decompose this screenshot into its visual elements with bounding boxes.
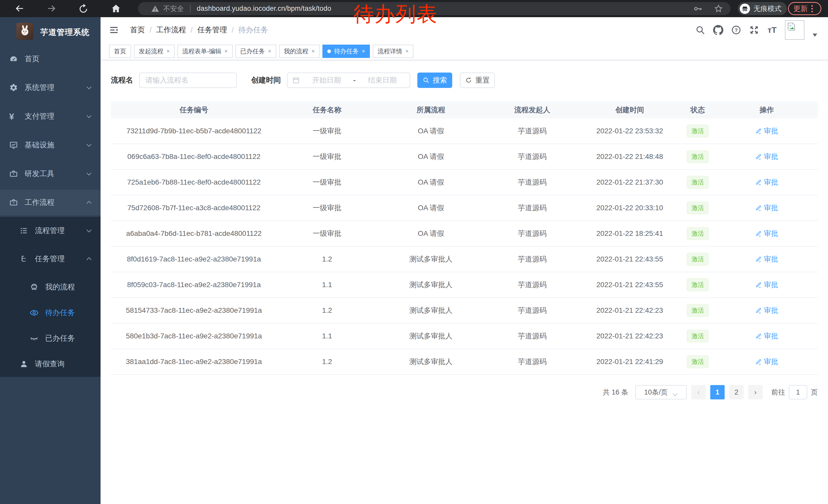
sidebar-item-10[interactable]: 已办任务 xyxy=(0,326,100,351)
process-cell: 测试多审批人 xyxy=(377,331,485,341)
start-date-placeholder[interactable]: 开始日期 xyxy=(304,75,349,85)
starter-cell: 芋道源码 xyxy=(485,177,580,187)
pagination-page-2[interactable]: 2 xyxy=(729,385,744,400)
back-icon[interactable] xyxy=(13,3,25,14)
browser-update-button[interactable]: 更新 xyxy=(788,2,821,15)
pagination-page-1[interactable]: 1 xyxy=(710,385,724,400)
end-date-placeholder[interactable]: 结束日期 xyxy=(360,75,405,85)
starter-cell: 芋道源码 xyxy=(485,203,580,213)
tab-5[interactable]: 待办任务× xyxy=(322,45,370,58)
search-button[interactable]: 搜索 xyxy=(417,73,452,88)
task-name-cell: 一级审批 xyxy=(277,152,377,162)
approve-button[interactable]: 审批 xyxy=(755,331,778,341)
pagination-total: 共 16 条 xyxy=(603,387,628,397)
action-cell: 审批 xyxy=(716,280,818,290)
tab-1[interactable]: 发起流程× xyxy=(134,45,175,58)
table-row-9: 381aa1dd-7ac8-11ec-a9e2-a2380e71991a1.2测… xyxy=(111,349,818,375)
date-range-picker[interactable]: 开始日期 - 结束日期 xyxy=(287,73,410,88)
approve-button[interactable]: 审批 xyxy=(755,203,778,213)
approve-button[interactable]: 审批 xyxy=(755,229,778,238)
created-time-cell: 2022-01-22 21:37:30 xyxy=(580,178,680,186)
tab-4[interactable]: 我的流程× xyxy=(279,45,320,58)
caret-down-icon[interactable] xyxy=(812,33,818,37)
url-text[interactable]: dashboard.yudao.iocoder.cn/bpm/task/todo xyxy=(197,5,331,12)
fullscreen-icon[interactable] xyxy=(749,25,759,35)
breadcrumb-item-task-mgmt[interactable]: 任务管理 xyxy=(197,25,227,35)
close-icon[interactable]: × xyxy=(362,48,365,54)
table-row-5: 8f0d1619-7ac8-11ec-a9e2-a2380e71991a1.2测… xyxy=(111,246,818,272)
close-icon[interactable]: × xyxy=(224,48,228,54)
browser-menu-icon[interactable] xyxy=(811,5,813,12)
process-name-input[interactable]: 请输入流程名 xyxy=(139,73,237,88)
sidebar-toggle-icon[interactable] xyxy=(109,25,119,35)
sidebar-item-5[interactable]: 工作流程 xyxy=(0,190,100,215)
tab-3[interactable]: 已办任务× xyxy=(236,45,276,58)
pagination-prev-button[interactable]: ‹ xyxy=(691,385,706,400)
pagination-next-button[interactable]: › xyxy=(748,385,762,400)
sidebar-item-label: 研发工具 xyxy=(25,169,54,179)
sidebar-item-label: 任务管理 xyxy=(35,254,65,264)
reset-button[interactable]: 重置 xyxy=(460,73,495,88)
created-time-cell: 2022-01-21 22:41:29 xyxy=(580,358,680,366)
key-icon[interactable] xyxy=(693,4,703,13)
search-icon[interactable] xyxy=(695,25,705,35)
star-icon[interactable] xyxy=(714,4,723,13)
approve-button[interactable]: 审批 xyxy=(755,254,778,264)
approve-label: 审批 xyxy=(764,306,778,315)
breadcrumb-item-home[interactable]: 首页 xyxy=(130,25,145,35)
github-icon[interactable] xyxy=(713,25,723,35)
sidebar-item-11[interactable]: 请假查询 xyxy=(0,351,100,377)
close-icon[interactable]: × xyxy=(268,48,272,54)
help-icon[interactable]: ? xyxy=(731,25,741,35)
table-row-3: 75d72608-7b7f-11ec-a3c8-acde48001122一级审批… xyxy=(111,195,818,221)
close-icon[interactable]: × xyxy=(166,48,170,54)
approve-button[interactable]: 审批 xyxy=(755,177,778,187)
tab-2[interactable]: 流程表单-编辑× xyxy=(177,45,233,58)
page-size-value: 10条/页 xyxy=(644,387,668,397)
approve-button[interactable]: 审批 xyxy=(755,306,778,315)
approve-button[interactable]: 审批 xyxy=(755,280,778,290)
forward-icon[interactable] xyxy=(46,3,57,14)
jump-prefix-label: 前往 xyxy=(771,387,785,397)
sidebar-item-9[interactable]: 待办任务 xyxy=(0,300,100,326)
sidebar-item-0[interactable]: 首页 xyxy=(0,46,100,72)
jump-page-input[interactable]: 1 xyxy=(789,385,807,400)
process-name-placeholder: 请输入流程名 xyxy=(146,75,189,85)
font-size-icon[interactable]: тT xyxy=(767,25,777,35)
logo-image[interactable] xyxy=(16,23,33,40)
process-cell: OA 请假 xyxy=(377,152,485,162)
status-cell: 激活 xyxy=(680,253,716,266)
approve-button[interactable]: 审批 xyxy=(755,357,778,367)
task-name-cell: 一级审批 xyxy=(277,126,377,136)
reload-icon[interactable] xyxy=(78,3,89,14)
table-row-0: 73211d9d-7b9b-11ec-b5b7-acde48001122一级审批… xyxy=(111,119,818,144)
avatar-broken-image[interactable] xyxy=(785,20,804,40)
task-id-cell: 381aa1dd-7ac8-11ec-a9e2-a2380e71991a xyxy=(111,358,277,366)
tab-6[interactable]: 流程详情× xyxy=(373,45,413,58)
table-row-2: 725a1eb6-7b88-11ec-8ef0-acde48001122一级审批… xyxy=(111,170,818,195)
page-size-select[interactable]: 10条/页 xyxy=(635,385,687,400)
sidebar-item-8[interactable]: 我的流程 xyxy=(0,274,100,300)
approve-button[interactable]: 审批 xyxy=(755,126,778,136)
sidebar-item-1[interactable]: 系统管理 xyxy=(0,75,100,100)
reset-button-icon xyxy=(465,77,472,84)
action-cell: 审批 xyxy=(716,331,818,341)
close-icon[interactable]: × xyxy=(312,48,315,54)
sidebar-item-7[interactable]: 任务管理 xyxy=(0,246,100,272)
tab-0[interactable]: 首页 xyxy=(109,45,131,58)
sidebar-item-2[interactable]: ¥支付管理 xyxy=(0,103,100,129)
status-cell: 激活 xyxy=(680,227,716,240)
sidebar-item-3[interactable]: 基础设施 xyxy=(0,132,100,158)
approve-label: 审批 xyxy=(764,331,778,341)
omnibox-divider xyxy=(190,5,191,12)
status-badge: 激活 xyxy=(687,253,709,266)
table-row-7: 58154733-7ac8-11ec-a9e2-a2380e71991a1.2测… xyxy=(111,298,818,324)
sidebar-item-4[interactable]: 研发工具 xyxy=(0,161,100,187)
sidebar-item-6[interactable]: 流程管理 xyxy=(0,218,100,243)
update-label[interactable]: 更新 xyxy=(793,4,808,13)
approve-button[interactable]: 审批 xyxy=(755,152,778,162)
pencil-icon xyxy=(755,179,762,186)
home-icon[interactable] xyxy=(110,3,122,14)
breadcrumb-item-workflow[interactable]: 工作流程 xyxy=(156,25,186,35)
close-icon[interactable]: × xyxy=(405,48,409,54)
